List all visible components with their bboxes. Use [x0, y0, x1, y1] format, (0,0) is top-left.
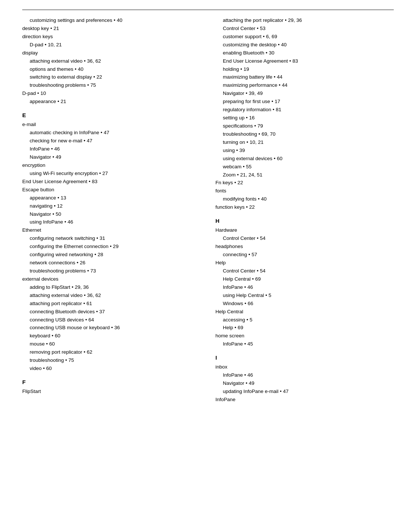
index-entry: attaching the port replicator • 29, 36 [215, 17, 394, 24]
index-entry: maximizing performance • 44 [215, 82, 394, 89]
index-term: using Help Central • 5 [223, 292, 394, 300]
index-term: e-mail [22, 121, 201, 129]
index-entry: FlipStart [22, 388, 201, 396]
index-entry: navigating • 12 [22, 202, 201, 210]
index-term: troubleshooting • 75 [30, 357, 201, 364]
index-term: Help Central [215, 308, 394, 316]
index-entry: keyboard • 60 [22, 332, 201, 340]
index-entry: InfoPane • 45 [215, 340, 394, 348]
index-entry: desktop key • 21 [22, 25, 201, 33]
index-term: checking for new e-mail • 47 [30, 137, 201, 145]
index-entry: Help • 69 [215, 324, 394, 332]
index-entry: Escape button [22, 186, 201, 194]
index-entry: InfoPane [215, 396, 394, 404]
index-entry: InfoPane • 46 [215, 371, 394, 379]
index-entry: removing port replicator • 62 [22, 348, 201, 356]
index-term: attaching the port replicator • 29, 36 [223, 17, 394, 24]
index-entry: home screen [215, 332, 394, 340]
index-entry: connecting USB mouse or keyboard • 36 [22, 324, 201, 332]
page: customizing settings and preferences • 4… [0, 0, 416, 532]
index-term: video • 60 [30, 365, 201, 373]
index-term: maximizing performance • 44 [223, 82, 394, 89]
index-term: updating InfoPane e-mail • 47 [223, 388, 394, 396]
index-entry: video • 60 [22, 365, 201, 373]
index-term: navigating • 12 [30, 202, 201, 210]
index-entry: checking for new e-mail • 47 [22, 137, 201, 145]
index-entry: customer support • 6, 69 [215, 33, 394, 41]
index-entry: InfoPane • 46 [22, 145, 201, 153]
index-entry: Zoom • 21, 24, 51 [215, 171, 394, 179]
index-entry: setting up • 16 [215, 114, 394, 122]
index-term: Help [215, 259, 394, 267]
index-term: Ethernet [22, 227, 201, 234]
index-term: display [22, 49, 201, 57]
index-entry: Windows • 66 [215, 300, 394, 308]
index-term: mouse • 60 [30, 340, 201, 348]
index-entry: attaching external video • 36, 62 [22, 57, 201, 65]
index-term: Navigator • 39, 49 [223, 90, 394, 98]
index-term: options and themes • 40 [30, 66, 201, 73]
index-entry: mouse • 60 [22, 340, 201, 348]
index-term: customer support • 6, 69 [223, 33, 394, 41]
index-term: fonts [215, 187, 394, 195]
index-term: switching to external display • 22 [30, 73, 201, 81]
index-term: turning on • 10, 21 [223, 139, 394, 146]
index-entry: configuring the Ethernet connection • 29 [22, 243, 201, 251]
index-entry: Help Central [215, 308, 394, 316]
index-entry: regulatory information • 81 [215, 106, 394, 114]
index-term: InfoPane • 46 [223, 371, 394, 379]
left-column: customizing settings and preferences • 4… [22, 17, 201, 404]
index-entry: Help Central • 69 [215, 275, 394, 283]
index-entry: troubleshooting • 75 [22, 357, 201, 364]
index-term: accessing • 5 [223, 316, 394, 324]
index-term: connecting • 57 [223, 251, 394, 259]
index-term: appearance • 13 [30, 194, 201, 202]
index-term: adding to FlipStart • 29, 36 [30, 284, 201, 291]
section-letter: I [215, 353, 394, 362]
index-term: direction keys [22, 33, 201, 41]
index-entry: Navigator • 50 [22, 211, 201, 218]
index-entry: connecting USB devices • 64 [22, 316, 201, 324]
index-entry: End User License Agreement • 83 [215, 57, 394, 65]
index-term: encryption [22, 162, 201, 169]
index-term: troubleshooting problems • 75 [30, 82, 201, 89]
index-entry: e-mail [22, 121, 201, 129]
index-term: InfoPane [215, 396, 394, 404]
index-term: home screen [215, 332, 394, 340]
index-entry: customizing the desktop • 40 [215, 41, 394, 49]
index-entry: connecting Bluetooth devices • 37 [22, 308, 201, 316]
index-term: Control Center • 54 [223, 267, 394, 275]
index-entry: End User License Agreement • 83 [22, 178, 201, 186]
index-entry: webcam • 55 [215, 163, 394, 171]
index-term: Navigator • 49 [30, 153, 201, 161]
index-entry: holding • 19 [215, 66, 394, 73]
index-entry: options and themes • 40 [22, 66, 201, 73]
index-term: using InfoPane • 46 [30, 218, 201, 226]
index-term: Help Central • 69 [223, 275, 394, 283]
index-term: holding • 19 [223, 66, 394, 73]
index-term: modifying fonts • 40 [223, 195, 394, 203]
index-term: Help • 69 [223, 324, 394, 332]
section-letter: H [215, 217, 394, 225]
index-term: keyboard • 60 [30, 332, 201, 340]
index-term: troubleshooting problems • 73 [30, 267, 201, 275]
index-entry: InfoPane • 46 [215, 284, 394, 291]
index-term: setting up • 16 [223, 114, 394, 122]
index-term: Navigator • 49 [223, 380, 394, 387]
index-entry: Help [215, 259, 394, 267]
index-term: FlipStart [22, 388, 201, 396]
index-entry: Control Center • 53 [215, 25, 394, 33]
index-entry: adding to FlipStart • 29, 36 [22, 284, 201, 291]
index-term: function keys • 22 [215, 204, 394, 211]
index-entry: troubleshooting • 69, 70 [215, 130, 394, 138]
section-letter: F [22, 378, 201, 386]
index-entry: using Help Central • 5 [215, 292, 394, 300]
index-entry: network connections • 26 [22, 259, 201, 267]
index-entry: maximizing battery life • 44 [215, 73, 394, 81]
index-entry: D-pad • 10, 21 [22, 41, 201, 49]
index-term: removing port replicator • 62 [30, 348, 201, 356]
index-entry: using InfoPane • 46 [22, 218, 201, 226]
index-term: desktop key • 21 [22, 25, 201, 33]
index-term: using external devices • 60 [223, 155, 394, 163]
index-term: troubleshooting • 69, 70 [223, 130, 394, 138]
